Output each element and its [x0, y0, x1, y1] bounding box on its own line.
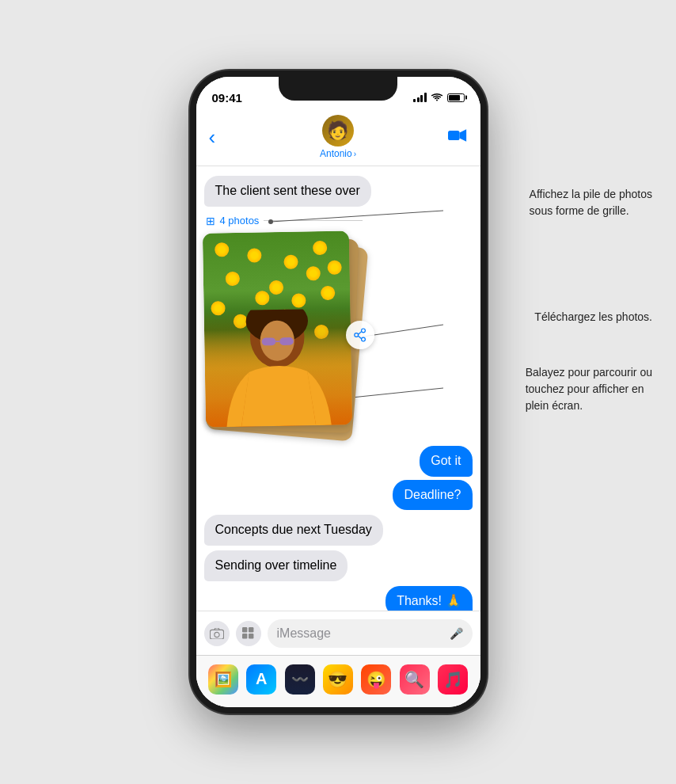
svg-rect-0 — [448, 131, 460, 140]
app-music[interactable]: 🎵 — [438, 664, 468, 695]
photo-image — [202, 230, 351, 427]
app-bar: 🖼️ A 〰️ 😎 😜 🔍 🎵 — [196, 655, 480, 707]
notch — [279, 77, 397, 101]
camera-button[interactable] — [204, 621, 230, 646]
photo-stack[interactable] — [204, 232, 363, 438]
contact-chevron: › — [354, 150, 356, 158]
message-received-timeline: Sending over timeline — [204, 550, 348, 581]
mic-icon: 🎤 — [450, 627, 463, 640]
svg-point-9 — [354, 333, 358, 337]
svg-rect-17 — [242, 634, 247, 638]
svg-point-8 — [361, 329, 365, 333]
grid-icon: ⊞ — [206, 215, 215, 227]
app-memoji[interactable]: 😎 — [323, 664, 353, 695]
input-placeholder: iMessage — [277, 626, 331, 641]
svg-line-12 — [358, 336, 361, 339]
contact-name: Antonio › — [320, 148, 356, 159]
app-voice[interactable]: 〰️ — [285, 664, 315, 695]
message-sent-got-it: Got it — [420, 446, 472, 477]
navigation-bar: ‹ 🧑 Antonio › — [196, 112, 480, 166]
back-button[interactable]: ‹ — [209, 125, 233, 150]
signal-icon — [413, 93, 427, 102]
svg-line-11 — [358, 331, 361, 334]
message-sent-deadline: Deadline? — [393, 480, 472, 511]
message-received-concepts: Concepts due next Tuesday — [204, 515, 383, 546]
sent-messages-group: Got it Deadline? — [204, 446, 473, 511]
svg-rect-5 — [261, 337, 275, 345]
svg-rect-15 — [242, 627, 247, 632]
photo-count: 4 photos — [220, 215, 260, 226]
battery-icon — [447, 93, 465, 102]
message-sent-thanks: Thanks! 🙏 — [385, 586, 472, 611]
message-received-1: The client sent these over — [204, 176, 371, 207]
app-search-icon[interactable]: 🔍 — [400, 664, 430, 695]
wifi-icon — [431, 93, 443, 102]
apps-icon — [242, 627, 255, 640]
person-silhouette — [203, 308, 352, 427]
contact-info[interactable]: 🧑 Antonio › — [320, 115, 356, 159]
status-icons — [413, 93, 465, 102]
video-icon — [448, 128, 467, 143]
annotation-grid-text: Affichez la pile de photossous forme de … — [530, 186, 652, 219]
input-area: iMessage 🎤 — [196, 611, 480, 655]
photo-count-bar: ⊞ 4 photos — [204, 215, 363, 227]
messages-area: The client sent these over ⊞ 4 photos — [196, 166, 480, 611]
video-call-button[interactable] — [443, 128, 467, 147]
photo-stack-container[interactable]: ⊞ 4 photos — [204, 215, 363, 438]
svg-rect-16 — [249, 627, 253, 632]
share-button[interactable] — [346, 321, 374, 349]
annotation-swipe-text: Balayez pour parcourir outouchez pour af… — [526, 364, 652, 414]
camera-icon — [210, 628, 224, 639]
message-input[interactable]: iMessage 🎤 — [268, 619, 473, 648]
divider — [264, 220, 362, 221]
apps-button[interactable] — [236, 621, 261, 646]
annotation-download-text: Téléchargez les photos. — [534, 309, 652, 325]
phone-screen: 09:41 ‹ — [196, 77, 480, 707]
photo-card-main[interactable] — [202, 230, 351, 427]
svg-rect-18 — [249, 634, 253, 638]
share-icon — [354, 328, 366, 342]
svg-rect-6 — [279, 337, 294, 345]
svg-marker-1 — [460, 129, 467, 141]
phone-frame: 09:41 ‹ — [190, 70, 487, 714]
svg-point-14 — [214, 632, 218, 637]
app-photos[interactable]: 🖼️ — [208, 664, 238, 695]
app-store[interactable]: A — [246, 664, 276, 695]
app-game[interactable]: 😜 — [361, 664, 391, 695]
avatar: 🧑 — [322, 115, 354, 147]
svg-point-10 — [361, 337, 365, 341]
status-time: 09:41 — [212, 91, 242, 105]
